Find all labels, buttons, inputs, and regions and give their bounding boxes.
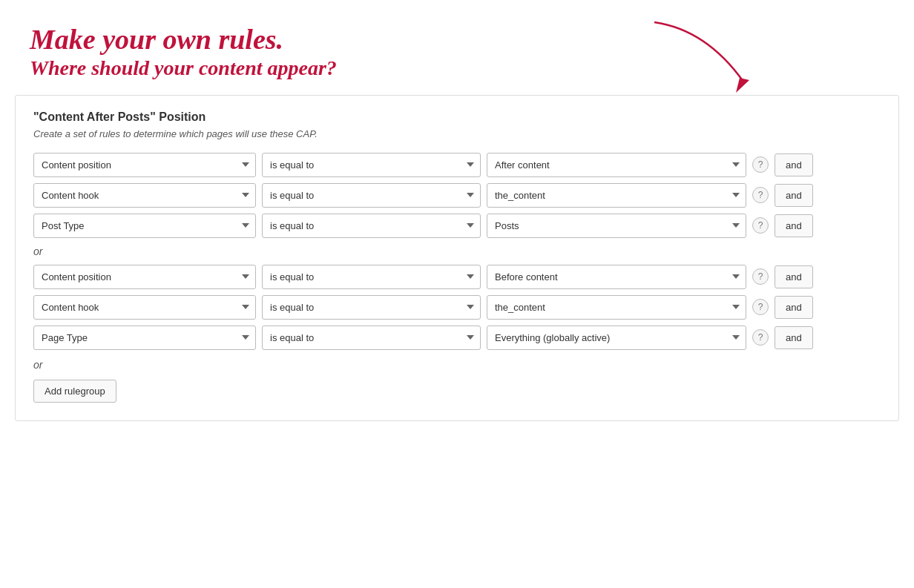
rule-row: Content position Content hook Post Type … (33, 265, 881, 289)
field-select-1-2[interactable]: Content hook Content position Post Type … (33, 183, 256, 208)
panel-subtitle: Create a set of rules to determine which… (33, 128, 881, 139)
help-icon-2-1[interactable]: ? (752, 268, 769, 285)
and-button-2-2[interactable]: and (775, 296, 813, 319)
field-select-2-3[interactable]: Page Type Content position Content hook … (33, 326, 256, 350)
help-icon-2-2[interactable]: ? (752, 299, 769, 315)
value-select-1-1[interactable]: After content Before content Shortcode (487, 153, 746, 177)
value-select-2-3[interactable]: Everything (globally active) Front page … (487, 326, 746, 350)
and-button-1-3[interactable]: and (775, 214, 813, 237)
or-separator-1: or (33, 245, 881, 257)
panel-title: "Content After Posts" Position (33, 110, 881, 124)
condition-select-2-3[interactable]: is equal to is not equal to contains (262, 326, 481, 350)
value-select-2-2[interactable]: the_content the_excerpt (487, 295, 746, 320)
and-button-1-2[interactable]: and (775, 184, 813, 207)
rule-row: Content hook Content position Post Type … (33, 295, 881, 320)
help-icon-1-1[interactable]: ? (752, 156, 769, 173)
condition-select-1-1[interactable]: is equal to is not equal to contains (262, 153, 481, 177)
value-select-1-3[interactable]: Posts Pages Custom Post Type (487, 214, 746, 238)
help-icon-1-3[interactable]: ? (752, 217, 769, 234)
rule-row: Content position Content hook Post Type … (33, 153, 881, 177)
condition-select-1-2[interactable]: is equal to is not equal to contains (262, 183, 481, 208)
rule-group-1: Content position Content hook Post Type … (33, 153, 881, 238)
field-select-1-1[interactable]: Content position Content hook Post Type … (33, 153, 256, 177)
field-select-1-3[interactable]: Post Type Content position Content hook … (33, 214, 256, 238)
rule-row: Post Type Content position Content hook … (33, 214, 881, 238)
and-button-1-1[interactable]: and (775, 153, 813, 176)
condition-select-1-3[interactable]: is equal to is not equal to contains (262, 214, 481, 238)
rule-row: Page Type Content position Content hook … (33, 326, 881, 350)
condition-select-2-1[interactable]: is equal to is not equal to contains (262, 265, 481, 289)
condition-select-2-2[interactable]: is equal to is not equal to contains (262, 295, 481, 320)
field-select-2-2[interactable]: Content hook Content position Post Type … (33, 295, 256, 320)
add-rulegroup-button[interactable]: Add rulegroup (33, 380, 116, 403)
or-separator-2: or (33, 359, 881, 371)
rules-panel: "Content After Posts" Position Create a … (15, 95, 899, 421)
and-button-2-1[interactable]: and (775, 265, 813, 288)
value-select-1-2[interactable]: the_content the_excerpt (487, 183, 746, 208)
arrow-decoration (647, 15, 766, 104)
svg-marker-0 (736, 78, 749, 93)
and-button-2-3[interactable]: and (775, 326, 813, 349)
hero-section: Make your own rules. Where should your c… (0, 0, 914, 95)
help-icon-2-3[interactable]: ? (752, 329, 769, 346)
value-select-2-1[interactable]: Before content After content Shortcode (487, 265, 746, 289)
help-icon-1-2[interactable]: ? (752, 187, 769, 203)
rule-row: Content hook Content position Post Type … (33, 183, 881, 208)
field-select-2-1[interactable]: Content position Content hook Post Type … (33, 265, 256, 289)
rule-group-2: Content position Content hook Post Type … (33, 265, 881, 350)
